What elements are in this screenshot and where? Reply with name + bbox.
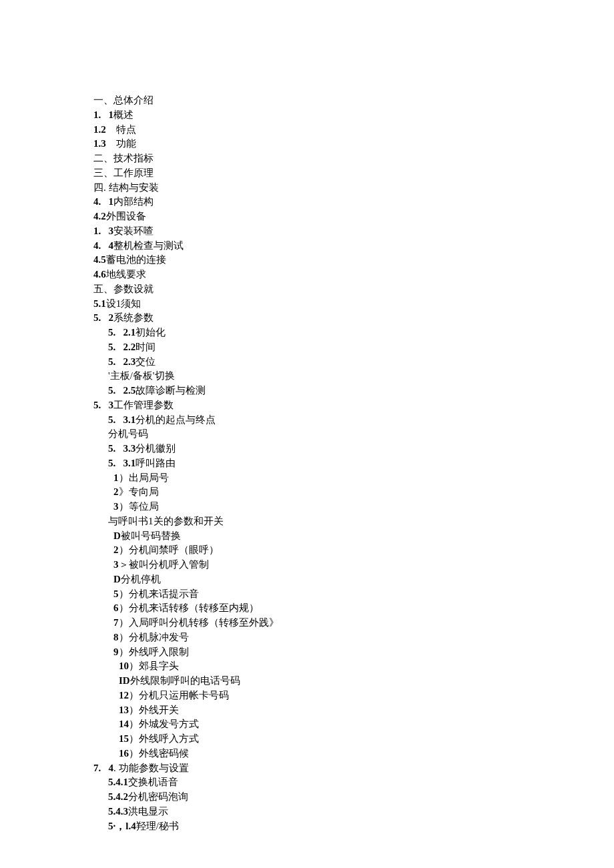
toc-text: 5. 3.3 bbox=[108, 443, 135, 454]
document-page: 一、总体介绍1. 1概述1.2 特点1.3 功能二、技术指标三、工作原理四. 结… bbox=[0, 0, 614, 868]
toc-text: 蓄电池的连接 bbox=[106, 254, 166, 265]
toc-text: 5. 3.1 bbox=[108, 414, 135, 425]
toc-line: 5）分机来话提示音 bbox=[93, 587, 614, 602]
toc-line: 5. 3.1呼叫路由 bbox=[93, 456, 614, 471]
toc-text: 3 bbox=[113, 501, 119, 512]
toc-text: 外线限制呼叫的电话号码 bbox=[130, 675, 240, 686]
toc-line: D被叫号码替换 bbox=[93, 529, 614, 544]
toc-text: 5. 2.1 bbox=[108, 327, 135, 338]
toc-line: 四. 结构与安装 bbox=[93, 181, 614, 195]
toc-text: 初始化 bbox=[135, 327, 166, 338]
toc-text: 1.3 bbox=[93, 138, 106, 149]
toc-line: 5. 3.3分机徽别 bbox=[93, 442, 614, 456]
toc-line: 9）外线呼入限制 bbox=[93, 645, 614, 660]
toc-line: 5. 2.2时间 bbox=[93, 340, 614, 355]
toc-text: 4.5 bbox=[93, 254, 106, 265]
toc-text: 5. 2 bbox=[93, 312, 113, 323]
toc-text: 15 bbox=[119, 733, 129, 744]
toc-text: D bbox=[113, 574, 121, 584]
toc-line: D分机停机 bbox=[93, 572, 614, 587]
toc-line: 一、总体介绍 bbox=[93, 93, 614, 108]
toc-line: '主板/备板'切换 bbox=[93, 369, 614, 384]
toc-text: 10 bbox=[119, 661, 129, 671]
toc-text: 5. 3.1 bbox=[108, 458, 135, 468]
toc-text: 5.1 bbox=[93, 298, 106, 309]
toc-line: 5.4.1交换机语音 bbox=[93, 775, 614, 790]
toc-text: 功能 bbox=[106, 138, 136, 149]
toc-text: 7 bbox=[113, 617, 119, 628]
toc-text: 4.6 bbox=[93, 269, 106, 280]
toc-text: 与呼叫书1关的参数和开关 bbox=[108, 516, 224, 526]
toc-line: 4. 4整机检查与测试 bbox=[93, 239, 614, 254]
toc-text: 一、总体介绍 bbox=[93, 95, 154, 105]
toc-text: 1. 1 bbox=[93, 109, 113, 120]
toc-text: ）外城发号方式 bbox=[129, 719, 199, 729]
toc-text: 5. 3 bbox=[93, 400, 113, 410]
toc-line: 1.2 特点 bbox=[93, 123, 614, 137]
toc-text: 5. 2.2 bbox=[108, 342, 135, 352]
toc-line: 4. 1内部结构 bbox=[93, 195, 614, 209]
toc-text: 交位 bbox=[135, 356, 156, 367]
toc-line: 1）出局局号 bbox=[93, 471, 614, 486]
toc-text: 9 bbox=[113, 646, 119, 657]
toc-text: ）分机间禁呼（眼呼） bbox=[119, 544, 219, 555]
toc-text: 羟理/秘书 bbox=[136, 821, 179, 831]
toc-text: 1. 3 bbox=[93, 226, 113, 236]
toc-text: 》专向局 bbox=[119, 486, 159, 497]
toc-text: 四. 结构与安装 bbox=[93, 182, 159, 193]
toc-line: 7）入局呼叫分机转移（转移至外践》 bbox=[93, 616, 614, 630]
toc-line: 12）分机只运用帐卡号码 bbox=[93, 689, 614, 703]
toc-text: 分机密码泡询 bbox=[128, 791, 188, 802]
toc-text: 5.4.3 bbox=[108, 806, 128, 817]
toc-text: 5. 2.5 bbox=[108, 385, 135, 396]
toc-text: ）分机脉冲发号 bbox=[119, 632, 189, 642]
toc-text: ）出局局号 bbox=[119, 472, 169, 483]
toc-line: 5. 2系统参数 bbox=[93, 311, 614, 326]
toc-text: 5.4.1 bbox=[108, 777, 128, 787]
toc-text: ）郊县字头 bbox=[129, 661, 179, 671]
toc-text: ）外线呼入方式 bbox=[129, 733, 199, 744]
toc-line: 2》专向局 bbox=[93, 485, 614, 500]
toc-text: 分机徽别 bbox=[135, 443, 176, 454]
toc-text: 2 bbox=[113, 486, 119, 497]
toc-text: 工作管理参数 bbox=[113, 400, 174, 410]
toc-text: ）外线呼入限制 bbox=[119, 646, 189, 657]
toc-text: 5·，l.4 bbox=[108, 821, 136, 831]
toc-text: 6 bbox=[113, 602, 119, 613]
toc-text: 呼叫路由 bbox=[135, 458, 176, 468]
toc-text: 二、技术指标 bbox=[93, 153, 154, 163]
toc-text: 分机停机 bbox=[121, 574, 161, 584]
toc-line: 6）分机来话转移（转移至内规） bbox=[93, 601, 614, 616]
toc-text: 内部结构 bbox=[113, 196, 154, 207]
toc-line: 2）分机间禁呼（眼呼） bbox=[93, 543, 614, 558]
toc-text: 4. 4 bbox=[93, 240, 113, 251]
toc-text: 特点 bbox=[106, 124, 136, 135]
toc-line: 15）外线呼入方式 bbox=[93, 732, 614, 747]
toc-line: 分机号码 bbox=[93, 427, 614, 442]
toc-text: 被叫号码替换 bbox=[121, 530, 181, 541]
toc-line: 二、技术指标 bbox=[93, 151, 614, 166]
toc-text: 三、工作原理 bbox=[93, 167, 154, 178]
toc-line: 3＞被叫分机呼入管制 bbox=[93, 558, 614, 572]
toc-text: 5.4.2 bbox=[108, 791, 128, 802]
toc-text: 外围设备 bbox=[106, 211, 146, 222]
toc-text: 14 bbox=[119, 719, 129, 729]
toc-text: 设1须知 bbox=[106, 298, 141, 309]
toc-line: 与呼叫书1关的参数和开关 bbox=[93, 514, 614, 529]
toc-text: 1.2 bbox=[93, 124, 106, 135]
toc-text: ＞被叫分机呼入管制 bbox=[119, 559, 209, 570]
toc-text: ）外线开关 bbox=[129, 705, 179, 715]
toc-text: 交换机语音 bbox=[128, 777, 178, 787]
toc-text: 安装环喳 bbox=[113, 226, 154, 236]
toc-text: ）外线密码候 bbox=[129, 748, 189, 759]
toc-text: 13 bbox=[119, 705, 129, 715]
toc-text: ）分机来话提示音 bbox=[119, 588, 199, 599]
toc-line: 14）外城发号方式 bbox=[93, 717, 614, 732]
toc-line: 5. 2.3交位 bbox=[93, 355, 614, 370]
toc-line: 7. 4. 功能参数与设置 bbox=[93, 761, 614, 776]
toc-line: 5.4.3洪电显示 bbox=[93, 805, 614, 819]
toc-line: 五、参数设就 bbox=[93, 282, 614, 297]
toc-line: 1.3 功能 bbox=[93, 137, 614, 151]
toc-text: 地线要求 bbox=[106, 269, 146, 280]
toc-text: D bbox=[113, 530, 121, 541]
